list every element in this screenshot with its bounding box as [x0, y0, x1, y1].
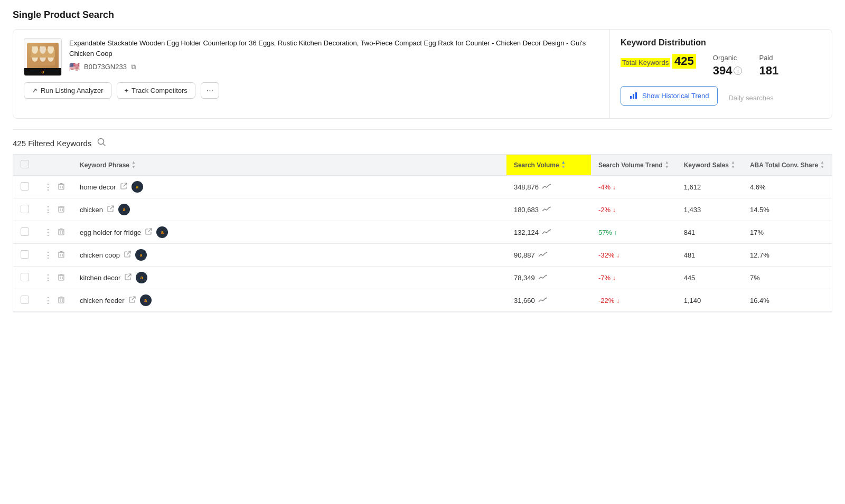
table-row: ⋮ chicken a — [13, 198, 832, 221]
row-sv-trend-cell: -32% ↓ — [591, 244, 677, 267]
row-dots-icon[interactable]: ⋮ — [44, 250, 53, 260]
row-keyword-cell: chicken coop a — [72, 244, 506, 267]
run-listing-analyzer-button[interactable]: ↗ Run Listing Analyzer — [24, 82, 111, 99]
keyword-ext-link-icon[interactable] — [120, 183, 127, 191]
row-sv-trend-cell: -7% ↓ — [591, 267, 677, 289]
th-keyword-phrase[interactable]: Keyword Phrase ▲ ▼ — [72, 155, 506, 176]
show-historical-trend-button[interactable]: Show Historical Trend — [621, 86, 718, 106]
keyword-text: kitchen decor — [80, 274, 120, 282]
header-checkbox[interactable] — [21, 160, 29, 168]
amazon-search-icon[interactable]: a — [136, 272, 147, 283]
row-delete-icon[interactable] — [58, 228, 65, 237]
amazon-search-icon[interactable]: a — [118, 204, 130, 215]
row-checkbox[interactable] — [21, 205, 29, 213]
row-checkbox[interactable] — [21, 250, 29, 259]
th-keyword-sales[interactable]: Keyword Sales ▲ ▼ — [677, 155, 743, 176]
sv-trend-arrow-icon: ↓ — [613, 184, 616, 191]
svg-rect-13 — [59, 185, 64, 189]
row-sv-cell: 78,349 — [506, 267, 591, 289]
filter-row: 425 Filtered Keywords — [13, 130, 832, 154]
kw-sales-value: 841 — [684, 229, 696, 236]
organic-info-icon[interactable]: i — [734, 66, 742, 75]
aba-value: 12.7% — [750, 251, 769, 259]
amazon-search-icon[interactable]: a — [132, 181, 143, 193]
th-search-volume[interactable]: Search Volume ▲ ▼ — [506, 155, 591, 176]
action-buttons: ↗ Run Listing Analyzer + Track Competito… — [24, 82, 599, 99]
row-checkbox[interactable] — [21, 182, 29, 191]
kw-sales-value: 1,140 — [684, 297, 701, 305]
keyword-ext-link-icon[interactable] — [107, 205, 114, 214]
row-delete-icon[interactable] — [58, 251, 65, 260]
th-aba-conv-share[interactable]: ABA Total Conv. Share ▲ ▼ — [743, 155, 832, 176]
row-actions-cell: ⋮ — [36, 198, 72, 221]
amazon-search-icon[interactable]: a — [140, 294, 152, 306]
row-dots-icon[interactable]: ⋮ — [44, 182, 53, 192]
search-volume-value: 132,124 — [514, 229, 539, 236]
keyword-ext-link-icon[interactable] — [129, 296, 136, 305]
run-analyzer-label: Run Listing Analyzer — [41, 87, 104, 94]
row-delete-icon[interactable] — [58, 183, 65, 192]
external-link-icon: ↗ — [32, 87, 37, 94]
table-row: ⋮ chicken feeder a — [13, 289, 832, 312]
svg-rect-8 — [630, 96, 632, 99]
row-actions-cell: ⋮ — [36, 289, 72, 312]
product-title: Expandable Stackable Wooden Egg Holder C… — [69, 38, 599, 59]
row-checkbox-cell — [13, 289, 36, 312]
sv-chart-icon[interactable] — [542, 228, 551, 236]
sv-chart-icon[interactable] — [542, 205, 551, 214]
table-row: ⋮ home decor a — [13, 176, 832, 198]
product-id-row: 🇺🇸 B0D73GN233 ⧉ — [69, 62, 599, 72]
sv-chart-icon[interactable] — [538, 273, 548, 282]
keyword-ext-link-icon[interactable] — [124, 251, 131, 259]
kw-sales-value: 1,612 — [684, 183, 701, 191]
row-delete-icon[interactable] — [58, 205, 65, 214]
row-checkbox[interactable] — [21, 296, 29, 304]
amazon-search-icon[interactable]: a — [135, 249, 147, 261]
row-kw-sales-cell: 1,612 — [677, 176, 743, 198]
sv-trend-value: 57% — [598, 229, 612, 236]
sv-chart-icon[interactable] — [538, 296, 548, 305]
sv-chart-icon[interactable] — [542, 183, 551, 191]
row-aba-cell: 16.4% — [743, 289, 832, 312]
row-keyword-cell: kitchen decor a — [72, 267, 506, 289]
th-sv-trend[interactable]: Search Volume Trend ▲ ▼ — [591, 155, 677, 176]
row-actions-cell: ⋮ — [36, 244, 72, 267]
sv-trend-arrow-icon: ↓ — [613, 274, 616, 282]
row-checkbox[interactable] — [21, 227, 29, 236]
row-dots-icon[interactable]: ⋮ — [44, 273, 53, 283]
copy-asin-icon[interactable]: ⧉ — [131, 63, 136, 71]
row-keyword-cell: egg holder for fridge a — [72, 221, 506, 244]
sv-trend-arrow-icon: ↑ — [614, 229, 617, 236]
product-row: a Expandable Stackable Wooden Egg Holder… — [24, 38, 599, 76]
track-competitors-button[interactable]: + Track Competitors — [117, 82, 195, 99]
kw-sales-value: 445 — [684, 274, 696, 282]
sv-chart-icon[interactable] — [538, 251, 548, 259]
show-trend-label: Show Historical Trend — [642, 92, 709, 100]
amazon-search-icon[interactable]: a — [156, 226, 168, 238]
more-options-button[interactable]: ⋯ — [201, 82, 219, 99]
total-keywords-label: Total Keywords — [621, 58, 670, 67]
search-volume-value: 78,349 — [514, 274, 535, 282]
search-icon[interactable] — [97, 137, 106, 149]
product-thumbnail — [27, 43, 59, 72]
row-checkbox-cell — [13, 198, 36, 221]
row-kw-sales-cell: 1,140 — [677, 289, 743, 312]
row-checkbox-cell — [13, 244, 36, 267]
row-delete-icon[interactable] — [58, 296, 65, 305]
row-delete-icon[interactable] — [58, 273, 65, 282]
row-dots-icon[interactable]: ⋮ — [44, 205, 53, 215]
organic-label: Organic — [713, 54, 743, 62]
row-dots-icon[interactable]: ⋮ — [44, 296, 53, 306]
organic-value: 394 — [713, 64, 733, 78]
table-header: Keyword Phrase ▲ ▼ Search Volume ▲ — [13, 155, 832, 176]
filtered-keywords-count: 425 Filtered Keywords — [13, 139, 91, 148]
row-actions-cell: ⋮ — [36, 267, 72, 289]
row-checkbox[interactable] — [21, 273, 29, 281]
row-aba-cell: 14.5% — [743, 198, 832, 221]
keyword-ext-link-icon[interactable] — [125, 273, 132, 282]
keyword-ext-link-icon[interactable] — [145, 228, 152, 236]
row-dots-icon[interactable]: ⋮ — [44, 227, 53, 237]
keyword-text: chicken feeder — [80, 297, 125, 305]
kw-stats-row: Total Keywords 425 Organic 394 i Paid 18… — [621, 54, 821, 78]
svg-rect-9 — [633, 94, 634, 99]
